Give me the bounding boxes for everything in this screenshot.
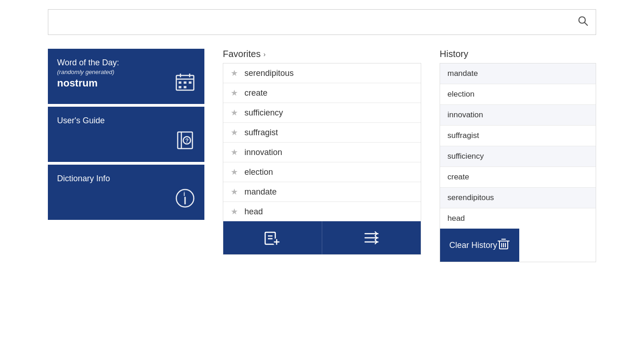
info-icon: i bbox=[175, 188, 195, 213]
svg-rect-6 bbox=[179, 81, 181, 84]
favorites-actions bbox=[223, 221, 421, 254]
favorites-title: Favorites bbox=[223, 49, 261, 59]
history-word: election bbox=[447, 90, 475, 99]
favorites-header[interactable]: Favorites › bbox=[223, 49, 421, 59]
history-word: head bbox=[447, 214, 465, 223]
word-of-day-card[interactable]: Word of the Day: (randomly generated) no… bbox=[48, 49, 204, 104]
history-word: mandate bbox=[447, 69, 478, 78]
fav-word: mandate bbox=[244, 187, 277, 197]
list-item[interactable]: head bbox=[440, 208, 596, 229]
book-icon: ? bbox=[175, 130, 195, 155]
svg-text:?: ? bbox=[186, 138, 189, 144]
list-item[interactable]: serendipitous bbox=[440, 188, 596, 208]
fav-word: serendipitous bbox=[244, 69, 294, 78]
history-word: suffragist bbox=[447, 131, 479, 140]
star-icon: ★ bbox=[231, 108, 238, 118]
calendar-icon bbox=[175, 72, 195, 97]
fav-word: suffragist bbox=[244, 128, 278, 138]
svg-line-1 bbox=[585, 23, 587, 25]
main-layout: Word of the Day: (randomly generated) no… bbox=[48, 49, 596, 262]
history-word: sufficiency bbox=[447, 152, 484, 161]
list-item[interactable]: mandate bbox=[440, 63, 596, 84]
star-icon: ★ bbox=[231, 88, 238, 98]
favorites-section: Favorites › ★serendipitous★create★suffic… bbox=[223, 49, 421, 255]
fav-word: innovation bbox=[244, 148, 282, 157]
word-of-day-subtitle: (randomly generated) bbox=[57, 69, 195, 75]
list-item[interactable]: ★serendipitous bbox=[223, 63, 421, 83]
star-icon: ★ bbox=[231, 147, 238, 157]
list-item[interactable]: ★mandate bbox=[223, 182, 421, 202]
sidebar: Word of the Day: (randomly generated) no… bbox=[48, 49, 204, 220]
list-item[interactable]: ★innovation bbox=[223, 143, 421, 162]
history-word: serendipitous bbox=[447, 193, 494, 202]
list-item[interactable]: sufficiency bbox=[440, 146, 596, 167]
list-item[interactable]: ★sufficiency bbox=[223, 103, 421, 123]
svg-rect-9 bbox=[179, 86, 181, 88]
list-item[interactable]: ★election bbox=[223, 162, 421, 182]
star-icon: ★ bbox=[231, 68, 238, 78]
manage-favorites-button[interactable] bbox=[322, 221, 421, 254]
svg-rect-8 bbox=[189, 81, 191, 84]
trash-icon bbox=[497, 237, 510, 253]
search-button[interactable] bbox=[575, 13, 590, 31]
fav-word: head bbox=[244, 207, 263, 217]
fav-word: sufficiency bbox=[244, 108, 283, 118]
word-of-day-title: Word of the Day: bbox=[57, 58, 195, 68]
svg-rect-7 bbox=[184, 81, 186, 84]
list-item[interactable]: suffragist bbox=[440, 126, 596, 146]
history-word: create bbox=[447, 172, 469, 182]
dictionary-info-title: Dictionary Info bbox=[57, 174, 195, 184]
search-bar bbox=[48, 9, 596, 35]
clear-history-label: Clear History bbox=[449, 241, 497, 250]
fav-word: create bbox=[244, 88, 267, 98]
star-icon: ★ bbox=[231, 207, 238, 217]
page-container: Word of the Day: (randomly generated) no… bbox=[0, 0, 644, 271]
svg-rect-10 bbox=[184, 86, 186, 88]
star-icon: ★ bbox=[231, 187, 238, 197]
history-list: mandateelectioninnovationsuffragistsuffi… bbox=[440, 63, 596, 262]
history-word: innovation bbox=[447, 110, 483, 120]
users-guide-title: User's Guide bbox=[57, 116, 195, 126]
favorites-list-items: ★serendipitous★create★sufficiency★suffra… bbox=[223, 63, 421, 221]
list-item[interactable]: ★create bbox=[223, 83, 421, 103]
clear-history-button[interactable]: Clear History bbox=[440, 229, 519, 262]
add-favorite-button[interactable] bbox=[223, 221, 322, 254]
search-input[interactable] bbox=[54, 17, 575, 27]
list-item[interactable]: ★suffragist bbox=[223, 123, 421, 143]
history-section: History mandateelectioninnovationsuffrag… bbox=[440, 49, 596, 262]
users-guide-card[interactable]: User's Guide ? bbox=[48, 107, 204, 162]
svg-text:i: i bbox=[184, 190, 186, 197]
list-item[interactable]: create bbox=[440, 167, 596, 188]
fav-word: election bbox=[244, 167, 273, 177]
star-icon: ★ bbox=[231, 127, 238, 138]
history-title: History bbox=[440, 49, 468, 59]
favorites-chevron: › bbox=[263, 51, 266, 58]
word-of-day-word: nostrum bbox=[57, 77, 195, 89]
history-header: History bbox=[440, 49, 596, 59]
list-item[interactable]: ★head bbox=[223, 202, 421, 221]
star-icon: ★ bbox=[231, 167, 238, 177]
favorites-list: ★serendipitous★create★sufficiency★suffra… bbox=[223, 63, 421, 255]
history-list-items: mandateelectioninnovationsuffragistsuffi… bbox=[440, 63, 596, 229]
list-item[interactable]: election bbox=[440, 84, 596, 105]
list-item[interactable]: innovation bbox=[440, 105, 596, 126]
dictionary-info-card[interactable]: Dictionary Info i bbox=[48, 165, 204, 220]
